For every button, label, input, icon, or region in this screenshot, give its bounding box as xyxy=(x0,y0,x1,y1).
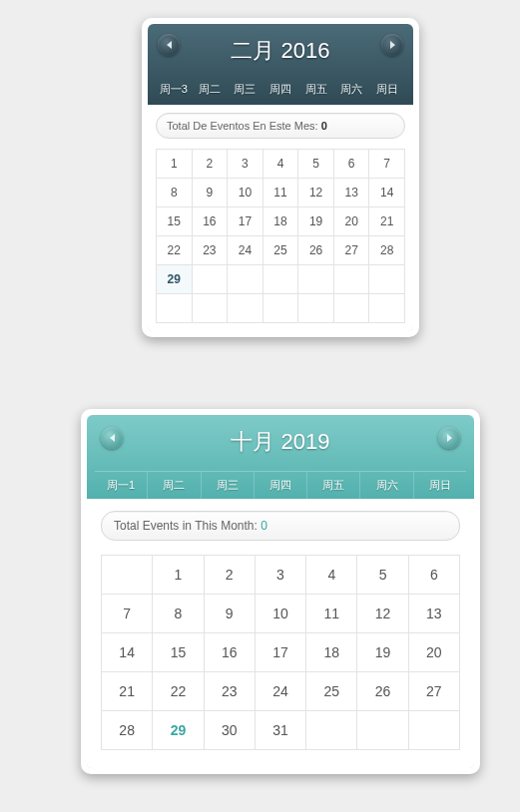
summary-count: 0 xyxy=(321,120,327,132)
day-of-week: 周六 xyxy=(360,472,413,499)
empty-cell xyxy=(157,294,193,323)
chevron-right-icon xyxy=(447,434,452,442)
date-cell[interactable]: 2 xyxy=(205,556,256,595)
date-cell[interactable]: 13 xyxy=(409,595,460,633)
date-cell[interactable]: 14 xyxy=(102,633,153,672)
month-year-title: 十月 2019 xyxy=(231,429,329,454)
day-of-week-row: 周一3周二周三周四周五周六周日 xyxy=(156,78,405,101)
date-cell[interactable]: 11 xyxy=(263,179,299,207)
empty-cell xyxy=(369,294,405,323)
date-cell[interactable]: 15 xyxy=(153,633,204,672)
date-cell[interactable]: 13 xyxy=(334,179,370,207)
date-cell[interactable]: 29 xyxy=(157,265,193,294)
empty-cell xyxy=(298,294,334,323)
date-cell[interactable]: 16 xyxy=(205,633,256,672)
date-cell[interactable]: 24 xyxy=(228,236,263,265)
date-cell[interactable]: 21 xyxy=(102,672,153,711)
empty-cell xyxy=(306,711,357,750)
date-cell[interactable]: 23 xyxy=(193,236,229,265)
date-cell[interactable]: 16 xyxy=(193,207,229,236)
day-of-week: 周三 xyxy=(227,78,262,101)
date-cell[interactable]: 18 xyxy=(306,633,357,672)
date-cell[interactable]: 20 xyxy=(334,207,370,236)
day-of-week: 周六 xyxy=(334,78,370,101)
empty-cell xyxy=(193,265,229,294)
date-cell[interactable]: 27 xyxy=(409,672,460,711)
date-cell[interactable]: 7 xyxy=(102,595,153,633)
chevron-right-icon xyxy=(390,41,395,49)
date-cell[interactable]: 6 xyxy=(409,556,460,595)
prev-month-button[interactable] xyxy=(158,34,180,56)
empty-cell xyxy=(263,265,299,294)
date-cell[interactable]: 19 xyxy=(357,633,408,672)
date-cell[interactable]: 11 xyxy=(306,595,357,633)
date-cell[interactable]: 25 xyxy=(263,236,299,265)
date-cell[interactable]: 10 xyxy=(228,179,263,207)
date-cell[interactable]: 5 xyxy=(298,150,334,179)
day-of-week: 周五 xyxy=(298,78,334,101)
date-cell[interactable]: 12 xyxy=(357,595,408,633)
date-grid: 1234567891011121314151617181920212223242… xyxy=(101,555,460,750)
summary-label: Total De Eventos En Este Mes: xyxy=(167,120,321,132)
next-month-button[interactable] xyxy=(438,427,460,449)
date-cell[interactable]: 1 xyxy=(153,556,204,595)
empty-cell xyxy=(334,294,370,323)
empty-cell xyxy=(228,294,263,323)
events-summary: Total Events in This Month: 0 xyxy=(101,511,460,541)
date-cell[interactable]: 3 xyxy=(256,556,306,595)
date-cell[interactable]: 28 xyxy=(369,236,405,265)
empty-cell xyxy=(228,265,263,294)
date-cell[interactable]: 26 xyxy=(357,672,408,711)
date-cell[interactable]: 12 xyxy=(298,179,334,207)
date-cell[interactable]: 2 xyxy=(193,150,229,179)
calendar-body: Total Events in This Month: 0 1234567891… xyxy=(87,499,474,768)
date-cell[interactable]: 24 xyxy=(256,672,306,711)
date-cell[interactable]: 22 xyxy=(153,672,204,711)
date-cell[interactable]: 17 xyxy=(256,633,306,672)
date-cell[interactable]: 25 xyxy=(306,672,357,711)
date-cell[interactable]: 28 xyxy=(102,711,153,750)
next-month-button[interactable] xyxy=(381,34,403,56)
date-cell[interactable]: 18 xyxy=(263,207,299,236)
date-cell[interactable]: 23 xyxy=(205,672,256,711)
empty-cell xyxy=(409,711,460,750)
date-cell[interactable]: 26 xyxy=(298,236,334,265)
date-cell[interactable]: 21 xyxy=(369,207,405,236)
date-cell[interactable]: 8 xyxy=(153,595,204,633)
date-cell[interactable]: 10 xyxy=(256,595,306,633)
day-of-week: 周二 xyxy=(148,472,201,499)
date-cell[interactable]: 29 xyxy=(153,711,204,750)
date-cell[interactable]: 4 xyxy=(306,556,357,595)
empty-cell xyxy=(369,265,405,294)
date-cell[interactable]: 3 xyxy=(228,150,263,179)
date-cell[interactable]: 8 xyxy=(157,179,193,207)
date-cell[interactable]: 19 xyxy=(298,207,334,236)
date-cell[interactable]: 4 xyxy=(263,150,299,179)
date-cell[interactable]: 22 xyxy=(157,236,193,265)
day-of-week: 周四 xyxy=(262,78,298,101)
date-cell[interactable]: 9 xyxy=(205,595,256,633)
date-grid: 1234567891011121314151617181920212223242… xyxy=(156,149,405,323)
day-of-week: 周五 xyxy=(307,472,360,499)
empty-cell xyxy=(334,265,370,294)
date-cell[interactable]: 31 xyxy=(256,711,306,750)
day-of-week: 周一3 xyxy=(156,78,192,101)
date-cell[interactable]: 9 xyxy=(193,179,229,207)
date-cell[interactable]: 1 xyxy=(157,150,193,179)
date-cell[interactable]: 14 xyxy=(369,179,405,207)
day-of-week: 周日 xyxy=(414,472,466,499)
date-cell[interactable]: 5 xyxy=(357,556,408,595)
date-cell[interactable]: 7 xyxy=(369,150,405,179)
date-cell[interactable]: 27 xyxy=(334,236,370,265)
day-of-week: 周一1 xyxy=(95,472,148,499)
date-cell[interactable]: 30 xyxy=(205,711,256,750)
day-of-week: 周三 xyxy=(202,472,255,499)
empty-cell xyxy=(357,711,408,750)
date-cell[interactable]: 15 xyxy=(157,207,193,236)
events-summary: Total De Eventos En Este Mes: 0 xyxy=(156,113,405,139)
month-year-title: 二月 2016 xyxy=(231,38,329,63)
date-cell[interactable]: 20 xyxy=(409,633,460,672)
date-cell[interactable]: 6 xyxy=(334,150,370,179)
prev-month-button[interactable] xyxy=(101,427,123,449)
date-cell[interactable]: 17 xyxy=(228,207,263,236)
